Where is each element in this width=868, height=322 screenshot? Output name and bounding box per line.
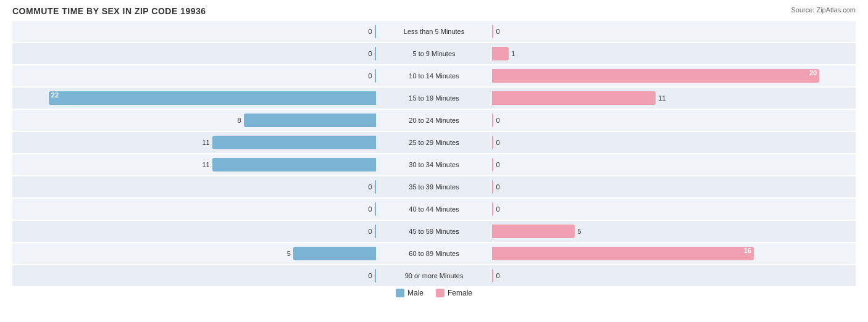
bar-label: Less than 5 Minutes	[377, 28, 491, 35]
bar-female-zero	[492, 202, 493, 216]
bar-label: 10 to 14 Minutes	[377, 72, 491, 80]
bar-female-value: 0	[496, 183, 499, 191]
bar-male-value: 11	[198, 161, 210, 168]
table-row: 040 to 44 Minutes0	[12, 199, 856, 220]
bar-male-zero	[375, 47, 376, 60]
bar-male: 22	[49, 91, 376, 105]
legend-female-box	[436, 289, 444, 297]
bar-female: 16	[492, 247, 754, 260]
bar-female-zero	[492, 136, 493, 149]
table-row: 045 to 59 Minutes5	[12, 221, 856, 242]
table-row: 05 to 9 Minutes1	[12, 43, 856, 64]
legend-male-box	[396, 289, 404, 297]
table-row: 035 to 39 Minutes0	[12, 176, 856, 197]
bar-label: 45 to 59 Minutes	[377, 228, 491, 235]
bar-male-zero	[375, 69, 376, 83]
bar-label: 15 to 19 Minutes	[377, 94, 491, 102]
chart-title: COMMUTE TIME BY SEX IN ZIP CODE 19936	[12, 6, 856, 16]
legend-male: Male	[396, 289, 424, 297]
bar-male-zero	[375, 225, 376, 238]
bar-female-value: 1	[511, 50, 515, 57]
table-row: 820 to 24 Minutes0	[12, 110, 856, 131]
bar-male-value: 0	[368, 228, 372, 235]
bar-male-value: 11	[198, 139, 210, 146]
bar-label: 5 to 9 Minutes	[377, 50, 491, 57]
bar-male-value: 0	[368, 50, 372, 57]
bar-male-value: 0	[368, 272, 372, 279]
bar-label: 90 or more Minutes	[377, 272, 491, 279]
bar-female	[492, 91, 656, 105]
bar-female-value: 5	[577, 228, 581, 235]
bar-male	[212, 136, 376, 149]
bar-male-zero	[375, 25, 376, 38]
table-row: 1130 to 34 Minutes0	[12, 154, 856, 175]
bar-male-value: 0	[368, 72, 372, 80]
bar-female-value: 11	[658, 94, 666, 102]
table-row: 090 or more Minutes0	[12, 265, 856, 286]
table-row: 010 to 14 Minutes20	[12, 65, 856, 86]
table-row: 0Less than 5 Minutes0	[12, 21, 856, 42]
bar-female-value: 0	[496, 28, 499, 35]
bar-female-value: 0	[496, 117, 499, 124]
bar-label: 25 to 29 Minutes	[377, 139, 491, 146]
bar-female-zero	[492, 269, 493, 283]
bar-male-value: 0	[368, 205, 372, 213]
bar-male-value: 0	[368, 183, 372, 191]
bar-male-zero	[375, 269, 376, 283]
bar-male-zero	[375, 202, 376, 216]
bar-label: 30 to 34 Minutes	[377, 161, 491, 168]
bar-female: 20	[492, 69, 819, 83]
chart-container: COMMUTE TIME BY SEX IN ZIP CODE 19936 So…	[0, 0, 868, 322]
bar-female-zero	[492, 180, 493, 194]
legend: Male Female	[12, 289, 856, 297]
legend-female-label: Female	[448, 289, 472, 297]
bar-female-zero	[492, 114, 493, 127]
bar-male	[212, 158, 376, 171]
bar-male-value: 5	[278, 250, 291, 257]
bars-area: 0Less than 5 Minutes005 to 9 Minutes1010…	[12, 21, 856, 275]
table-row: 560 to 89 Minutes16	[12, 243, 856, 264]
bar-female-zero	[492, 158, 493, 171]
bar-male	[293, 247, 376, 260]
legend-male-label: Male	[407, 289, 424, 297]
legend-female: Female	[436, 289, 472, 297]
bar-female	[492, 47, 509, 60]
source-label: Source: ZipAtlas.com	[791, 6, 856, 14]
table-row: 1125 to 29 Minutes0	[12, 132, 856, 153]
bar-label: 20 to 24 Minutes	[377, 117, 491, 124]
bar-label: 60 to 89 Minutes	[377, 250, 491, 257]
bar-female-value: 0	[496, 205, 499, 213]
bar-label: 40 to 44 Minutes	[377, 205, 491, 213]
bar-female	[492, 225, 575, 238]
bar-male-zero	[375, 180, 376, 194]
bar-label: 35 to 39 Minutes	[377, 183, 491, 191]
bar-female-zero	[492, 25, 493, 38]
bar-female-value: 0	[496, 272, 499, 279]
bar-female-value: 0	[496, 139, 499, 146]
bar-female-value: 0	[496, 161, 499, 168]
bar-male	[244, 114, 376, 127]
bar-male-value: 0	[368, 28, 372, 35]
table-row: 2215 to 19 Minutes11	[12, 88, 856, 109]
bar-male-value: 8	[229, 117, 241, 124]
